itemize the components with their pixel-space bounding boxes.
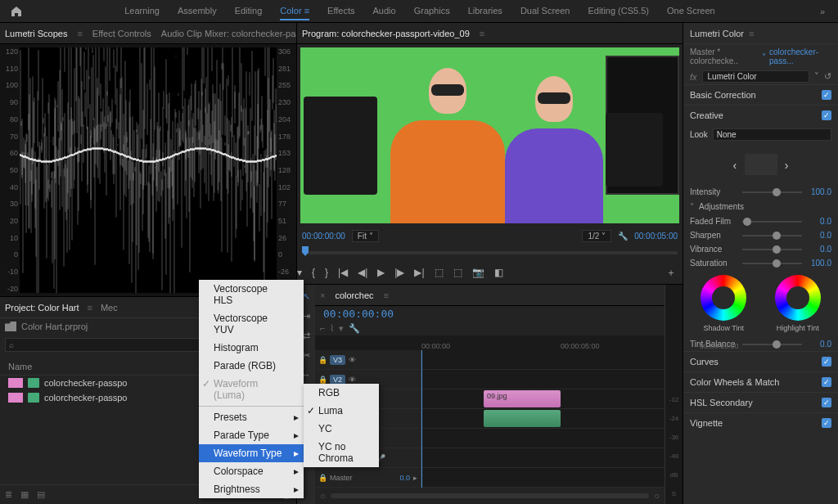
submenu-item[interactable]: YC — [304, 420, 379, 438]
workspace-tab-audio[interactable]: Audio — [373, 2, 396, 20]
toggle-output-icon[interactable]: 👁 — [349, 376, 356, 384]
section-hsl-secondary[interactable]: HSL Secondary✓ — [683, 392, 838, 412]
submenu-item[interactable]: RGB — [304, 384, 379, 402]
slider[interactable] — [742, 249, 802, 250]
fit-dropdown[interactable]: Fit ˅ — [352, 230, 379, 242]
settings-icon[interactable]: 🔧 — [618, 232, 628, 241]
video-track[interactable]: 🔒V3👁 — [315, 350, 665, 370]
program-out-timecode[interactable]: 00:00:05:00 — [634, 232, 678, 241]
tab-media-browser[interactable]: Mec — [101, 303, 118, 313]
add-marker-icon[interactable]: ▾ — [339, 323, 344, 334]
button-editor-icon[interactable]: ＋ — [666, 266, 676, 280]
slider[interactable] — [742, 263, 802, 264]
reset-icon[interactable]: ↺ — [824, 71, 831, 82]
comparison-icon[interactable]: ◧ — [494, 267, 503, 278]
extract-icon[interactable]: ⬚ — [453, 267, 462, 278]
menu-item[interactable]: Parade (RGB) — [199, 357, 304, 375]
zoom-dropdown[interactable]: 1/2 ˅ — [582, 230, 611, 242]
icon-view-icon[interactable]: ▦ — [20, 489, 29, 500]
go-to-in-icon[interactable]: |◀ — [338, 267, 348, 278]
slider[interactable] — [742, 221, 802, 223]
tint-balance-slider[interactable] — [742, 344, 802, 345]
prev-look-icon[interactable]: ‹ — [733, 159, 737, 172]
sequence-link[interactable]: colorchecker-pass... — [769, 47, 831, 65]
tab-project[interactable]: Project: Color Hart — [5, 303, 79, 313]
menu-item[interactable]: Waveform Type▸ — [199, 444, 304, 462]
tab-lumetri-color[interactable]: Lumetri Color — [690, 29, 744, 38]
video-clip[interactable]: 09.jpg — [484, 390, 561, 407]
tab-audio-clip-mixer[interactable]: Audio Clip Mixer: colorchecker-passport- — [161, 29, 296, 38]
lock-icon[interactable]: 🔒 — [318, 356, 327, 364]
program-scrubber[interactable] — [302, 245, 678, 261]
zoom-out-icon[interactable]: ○ — [320, 491, 326, 501]
menu-item[interactable]: Histogram — [199, 339, 304, 357]
playhead-icon[interactable] — [302, 246, 309, 256]
play-icon[interactable]: ▶ — [377, 267, 385, 278]
tab-sequence[interactable]: colorchec — [335, 290, 373, 300]
menu-item-waveform-luma[interactable]: Waveform (Luma) — [199, 375, 304, 404]
workspace-tab-dual-screen[interactable]: Dual Screen — [520, 2, 570, 20]
program-monitor-viewport[interactable] — [300, 47, 679, 223]
lock-icon[interactable]: 🔒 — [318, 376, 327, 384]
zoom-scrollbar[interactable] — [331, 493, 650, 498]
shadow-tint-wheel[interactable] — [701, 275, 746, 321]
tab-lumetri-scopes[interactable]: Lumetri Scopes — [5, 29, 67, 38]
look-dropdown[interactable]: None — [713, 128, 831, 141]
out-point-icon[interactable]: } — [325, 267, 328, 278]
audio-clip[interactable] — [484, 410, 561, 427]
export-frame-icon[interactable]: 📷 — [472, 267, 484, 278]
section-basic-correction[interactable]: Basic Correction✓ — [683, 84, 838, 105]
freeform-view-icon[interactable]: ▤ — [37, 489, 45, 500]
workspace-overflow-icon[interactable]: » — [813, 7, 831, 16]
section-creative[interactable]: Creative✓ — [683, 105, 838, 125]
intensity-slider[interactable] — [742, 191, 802, 193]
go-to-out-icon[interactable]: ▶| — [414, 267, 424, 278]
program-in-timecode[interactable]: 00:00:00:00 — [302, 232, 345, 241]
lumetri-scopes-display[interactable]: 1201101009080706050403020100-10-20 30628… — [0, 44, 296, 296]
highlight-tint-wheel[interactable] — [775, 275, 821, 321]
list-view-icon[interactable]: ≣ — [5, 489, 12, 500]
menu-item[interactable]: Colorspace▸ — [199, 462, 304, 480]
slider[interactable] — [742, 235, 802, 236]
section-curves[interactable]: Curves✓ — [683, 351, 838, 371]
workspace-tab-editing[interactable]: Editing — [235, 2, 263, 20]
workspace-tab-learning[interactable]: Learning — [124, 2, 160, 20]
tab-program-monitor[interactable]: Program: colorchecker-passport-video_09 — [302, 29, 470, 38]
adjustments-header[interactable]: Adjustments — [699, 202, 744, 211]
section-vignette[interactable]: Vignette✓ — [683, 412, 838, 433]
tint-balance-value[interactable]: 0.0 — [807, 340, 831, 349]
menu-item[interactable]: Vectorscope YUV — [199, 309, 304, 339]
workspace-tab-color[interactable]: Color ≡ — [280, 2, 309, 20]
timeline-timecode[interactable]: 00:00:00:00 — [318, 308, 399, 320]
toggle-output-icon[interactable]: 👁 — [349, 356, 356, 364]
timeline-playhead[interactable] — [421, 350, 422, 488]
intensity-value[interactable]: 100.0 — [807, 187, 831, 196]
settings-icon[interactable]: 🔧 — [349, 323, 360, 334]
lift-icon[interactable]: ⬚ — [435, 267, 444, 278]
marker-icon[interactable]: ▾ — [297, 267, 302, 278]
tab-effect-controls[interactable]: Effect Controls — [92, 29, 151, 38]
menu-item[interactable]: Vectorscope HLS — [199, 280, 304, 309]
timeline-ruler[interactable]: 00:00:0000:00:05:0000:00:10:00 — [315, 335, 665, 350]
menu-item[interactable]: Presets▸ — [199, 408, 304, 426]
menu-item[interactable]: Parade Type▸ — [199, 426, 304, 444]
workspace-tab-assembly[interactable]: Assembly — [178, 2, 217, 20]
submenu-item[interactable]: YC no Chroma — [304, 438, 379, 467]
step-forward-icon[interactable]: |▶ — [394, 267, 404, 278]
step-back-icon[interactable]: ◀| — [358, 267, 367, 278]
workspace-tab-libraries[interactable]: Libraries — [468, 2, 502, 20]
section-color-wheels[interactable]: Color Wheels & Match✓ — [683, 371, 838, 392]
linked-selection-icon[interactable]: ⌇ — [330, 323, 334, 334]
workspace-tab-effects[interactable]: Effects — [327, 2, 354, 20]
submenu-item[interactable]: Luma — [304, 402, 379, 420]
workspace-tab-editing--cs5-5-[interactable]: Editing (CS5.5) — [588, 2, 649, 20]
next-look-icon[interactable]: › — [785, 159, 789, 172]
zoom-in-icon[interactable]: ○ — [654, 491, 660, 501]
menu-item[interactable]: Brightness▸ — [199, 480, 304, 498]
workspace-tab-graphics[interactable]: Graphics — [414, 2, 450, 20]
workspace-tab-one-screen[interactable]: One Screen — [667, 2, 715, 20]
effect-dropdown[interactable]: Lumetri Color — [702, 70, 809, 83]
home-icon[interactable] — [7, 2, 26, 21]
snap-icon[interactable]: ⌐ — [320, 323, 325, 334]
in-point-icon[interactable]: { — [312, 267, 315, 278]
